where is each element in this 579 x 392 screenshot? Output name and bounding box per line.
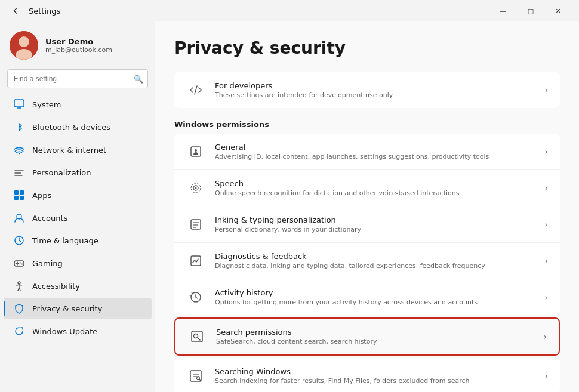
inking-row[interactable]: Inking & typing personalization Personal… [174, 206, 560, 243]
close-button[interactable]: ✕ [544, 0, 572, 21]
sidebar-item-personalization[interactable]: Personalization [4, 162, 152, 183]
activity-row[interactable]: Activity history Options for getting mor… [174, 279, 560, 315]
sidebar-item-privacy[interactable]: Privacy & security [4, 298, 152, 319]
svg-rect-12 [14, 196, 19, 200]
activity-text: Activity history Options for getting mor… [215, 288, 535, 306]
svg-line-17 [19, 240, 21, 242]
back-button[interactable] [7, 2, 24, 19]
speech-row[interactable]: Speech Online speech recognition for dic… [174, 170, 560, 206]
sidebar-item-gaming-label: Gaming [32, 259, 63, 268]
searching-windows-card: Searching Windows Search indexing for fa… [174, 358, 560, 392]
activity-icon [186, 288, 205, 307]
svg-rect-10 [14, 190, 19, 195]
sidebar-item-privacy-label: Privacy & security [32, 304, 102, 313]
apps-icon [13, 189, 25, 201]
system-icon [13, 98, 25, 110]
maximize-button[interactable]: □ [517, 0, 544, 21]
speech-icon [186, 178, 205, 197]
speech-text: Speech Online speech recognition for dic… [215, 179, 535, 197]
user-name: User Demo [45, 37, 112, 46]
searching-windows-icon [186, 366, 205, 385]
sidebar-item-windows-update[interactable]: Windows Update [4, 320, 152, 342]
svg-line-38 [198, 338, 200, 340]
general-icon [186, 142, 205, 161]
svg-rect-36 [192, 331, 202, 342]
window-controls: — □ ✕ [489, 0, 572, 21]
sidebar-item-bluetooth-label: Bluetooth & devices [32, 123, 110, 132]
svg-rect-13 [20, 196, 24, 200]
accessibility-icon [13, 280, 25, 292]
accounts-icon [13, 212, 25, 224]
inking-icon [186, 215, 205, 234]
search-permissions-title: Search permissions [216, 328, 534, 337]
speech-chevron: › [544, 183, 548, 193]
searching-windows-chevron: › [544, 371, 548, 381]
privacy-icon [13, 303, 25, 314]
main-container: User Demo m_lab@outlook.com 🔍 System Blu… [0, 21, 579, 392]
inking-text: Inking & typing personalization Personal… [215, 215, 535, 233]
sidebar-item-accessibility[interactable]: Accessibility [4, 275, 152, 297]
search-permissions-chevron: › [543, 332, 547, 341]
sidebar-item-accounts[interactable]: Accounts [4, 207, 152, 229]
inking-title: Inking & typing personalization [215, 215, 535, 224]
svg-point-22 [21, 264, 23, 265]
for-developers-row[interactable]: For developers These settings are intend… [174, 72, 560, 108]
general-title: General [215, 143, 535, 152]
personalization-icon [13, 166, 25, 178]
diagnostics-text: Diagnostics & feedback Diagnostic data, … [215, 252, 535, 270]
search-box: 🔍 [7, 69, 148, 88]
inking-desc: Personal dictionary, words in your dicti… [215, 226, 535, 233]
for-developers-desc: These settings are intended for developm… [215, 91, 535, 99]
sidebar-item-accessibility-label: Accessibility [32, 282, 80, 291]
sidebar-item-network-label: Network & internet [32, 146, 106, 155]
sidebar-item-network[interactable]: Network & internet [4, 139, 152, 160]
search-input[interactable] [7, 69, 148, 88]
sidebar-item-apps[interactable]: Apps [4, 184, 152, 206]
sidebar-item-gaming[interactable]: Gaming [4, 252, 152, 274]
general-text: General Advertising ID, local content, a… [215, 143, 535, 160]
searching-windows-row[interactable]: Searching Windows Search indexing for fa… [174, 358, 560, 392]
general-chevron: › [544, 147, 548, 156]
for-developers-icon [186, 81, 205, 100]
diagnostics-title: Diagnostics & feedback [215, 252, 535, 261]
time-icon [13, 234, 25, 246]
svg-rect-3 [14, 100, 24, 107]
gaming-icon [13, 257, 25, 269]
sidebar-item-bluetooth[interactable]: Bluetooth & devices [4, 116, 152, 138]
search-icon: 🔍 [134, 75, 143, 84]
activity-title: Activity history [215, 288, 535, 297]
sidebar-item-windows-update-label: Windows Update [32, 327, 97, 336]
svg-point-23 [18, 282, 20, 284]
search-permissions-icon [187, 327, 207, 346]
bluetooth-icon [13, 121, 25, 133]
inking-chevron: › [544, 220, 548, 229]
speech-title: Speech [215, 179, 535, 188]
searching-windows-text: Searching Windows Search indexing for fa… [215, 367, 535, 385]
user-email: m_lab@outlook.com [45, 46, 112, 54]
search-permissions-row[interactable]: Search permissions SafeSearch, cloud con… [175, 319, 559, 354]
for-developers-chevron: › [544, 85, 548, 95]
activity-chevron: › [544, 292, 548, 302]
windows-permissions-group: General Advertising ID, local content, a… [174, 134, 560, 315]
minimize-button[interactable]: — [489, 0, 517, 21]
svg-point-6 [19, 153, 20, 155]
svg-line-43 [199, 379, 201, 381]
svg-point-26 [195, 149, 197, 152]
user-section[interactable]: User Demo m_lab@outlook.com [0, 26, 155, 69]
search-permissions-card: Search permissions SafeSearch, cloud con… [174, 317, 560, 356]
general-row[interactable]: General Advertising ID, local content, a… [174, 134, 560, 170]
sidebar-item-system-label: System [32, 100, 61, 109]
titlebar: Settings — □ ✕ [0, 0, 579, 21]
sidebar-item-accounts-label: Accounts [32, 214, 67, 223]
network-icon [13, 144, 25, 156]
user-info: User Demo m_lab@outlook.com [45, 37, 112, 54]
activity-desc: Options for getting more from your activ… [215, 298, 535, 306]
avatar [10, 31, 38, 60]
svg-rect-11 [20, 190, 24, 195]
sidebar: User Demo m_lab@outlook.com 🔍 System Blu… [0, 21, 155, 392]
windows-update-icon [13, 325, 25, 337]
diagnostics-row[interactable]: Diagnostics & feedback Diagnostic data, … [174, 243, 560, 279]
sidebar-item-system[interactable]: System [4, 94, 152, 115]
search-permissions-text: Search permissions SafeSearch, cloud con… [216, 328, 534, 345]
sidebar-item-time[interactable]: Time & language [4, 230, 152, 251]
